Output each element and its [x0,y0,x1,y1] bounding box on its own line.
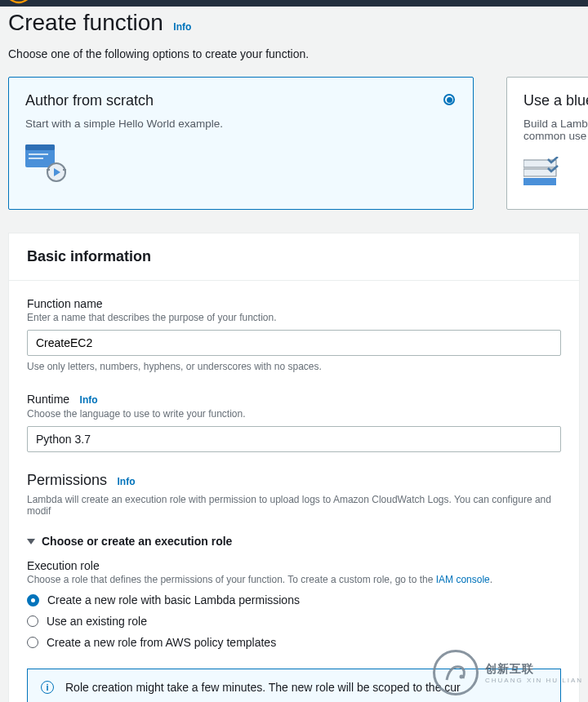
permissions-info-link[interactable]: Info [117,476,135,487]
runtime-field: Runtime Info Choose the language to use … [27,392,561,452]
card-desc-line2: common use cas [523,130,588,142]
option-card-use-blueprint[interactable]: Use a bluepr Build a Lambda common use c… [506,77,588,210]
svg-rect-2 [29,153,48,155]
radio-label: Create a new role with basic Lambda perm… [47,593,300,606]
blueprint-illustration-icon [523,157,588,193]
page-header: Create function Info Choose one of the f… [8,7,580,60]
scratch-illustration-icon [25,144,457,185]
execution-role-expander[interactable]: Choose or create an execution role [27,535,561,548]
runtime-help: Choose the language to use to write your… [27,408,561,420]
runtime-label: Runtime [27,393,69,406]
function-name-field: Function name Enter a name that describe… [27,297,561,372]
radio-checked-icon [27,594,39,606]
function-name-label: Function name [27,297,561,310]
aws-logo-icon [8,0,29,7]
svg-rect-10 [523,178,556,185]
top-nav [0,0,588,7]
radio-create-from-template[interactable]: Create a new role from AWS policy templa… [27,636,561,649]
runtime-info-link[interactable]: Info [80,394,98,406]
execution-role-help: Choose a role that defines the permissio… [27,574,561,585]
permissions-heading: Permissions [27,472,107,489]
permissions-desc: Lambda will create an execution role wit… [27,494,561,517]
radio-label: Use an existing role [47,615,147,628]
card-desc: Start with a simple Hello World example. [25,118,457,130]
watermark-subtext: CHUANG XIN HU LIAN [485,677,583,684]
basic-info-panel: Basic information Function name Enter a … [8,233,580,702]
watermark: 创新互联 CHUANG XIN HU LIAN [433,650,583,695]
watermark-logo-icon [433,650,479,695]
card-desc-line1: Build a Lambda [523,118,588,130]
radio-label: Create a new role from AWS policy templa… [47,636,276,649]
basic-info-heading: Basic information [27,248,561,265]
radio-unchecked-icon [27,615,38,627]
expander-label: Choose or create an execution role [42,535,232,548]
info-icon: i [41,681,54,694]
function-name-input[interactable] [27,330,561,356]
execution-role-label: Execution role [27,559,561,572]
svg-rect-1 [25,144,55,150]
chevron-down-icon [27,539,35,544]
function-name-constraint: Use only letters, numbers, hyphens, or u… [27,361,561,372]
page-title: Create function [8,10,163,36]
svg-point-11 [459,675,463,679]
radio-unchecked-icon [27,637,38,648]
card-title: Author from scratch [25,92,457,109]
svg-rect-6 [47,169,50,171]
page-subtitle: Choose one of the following options to c… [8,47,580,60]
option-card-author-from-scratch[interactable]: Author from scratch Start with a simple … [8,77,474,210]
runtime-select[interactable]: Python 3.7 [27,426,561,452]
watermark-text: 创新互联 [485,662,583,677]
radio-use-existing-role[interactable]: Use an existing role [27,615,561,628]
notice-text: Role creation might take a few minutes. … [65,681,461,694]
radio-selected-icon [443,94,455,105]
svg-rect-7 [63,169,66,171]
info-link[interactable]: Info [173,21,191,33]
card-title: Use a bluepr [523,92,588,109]
function-name-help: Enter a name that describes the purpose … [27,312,561,323]
radio-create-new-role[interactable]: Create a new role with basic Lambda perm… [27,593,561,606]
iam-console-link[interactable]: IAM console [436,574,490,585]
svg-rect-3 [29,158,43,159]
